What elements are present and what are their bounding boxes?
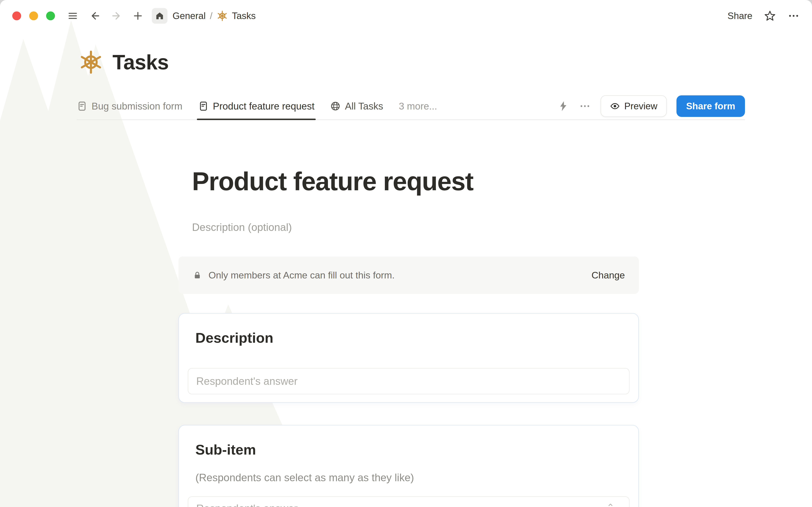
share-button[interactable]: Share — [728, 11, 752, 21]
tab-label: Product feature request — [213, 100, 315, 112]
page-title-text: Tasks — [113, 50, 169, 74]
favorite-star-icon[interactable] — [764, 10, 776, 22]
tab-label: All Tasks — [345, 100, 383, 112]
page-title: Tasks — [79, 50, 169, 74]
access-notice-text: Only members at Acme can fill out this f… — [209, 270, 395, 281]
select-caret-icon — [606, 502, 615, 507]
globe-icon — [330, 101, 341, 111]
breadcrumb: General / Tasks — [173, 10, 256, 21]
preview-button[interactable]: Preview — [600, 95, 667, 117]
automations-icon[interactable] — [558, 100, 569, 112]
form-title[interactable]: Product feature request — [192, 167, 473, 196]
more-options-icon[interactable] — [788, 10, 800, 22]
app-window: General / Tasks Share Tasks — [0, 0, 812, 507]
tab-bug-submission-form[interactable]: Bug submission form — [77, 93, 182, 119]
view-tabbar: Bug submission form Product feature requ… — [77, 93, 745, 120]
tab-product-feature-request[interactable]: Product feature request — [198, 93, 315, 119]
titlebar: General / Tasks Share — [0, 0, 812, 32]
more-tabs-button[interactable]: 3 more... — [399, 100, 437, 112]
sidebar-toggle-icon[interactable] — [67, 10, 78, 21]
home-icon[interactable] — [152, 8, 168, 24]
forward-icon[interactable] — [111, 10, 122, 21]
view-options-icon[interactable] — [579, 100, 591, 112]
form-doc-icon — [77, 101, 87, 111]
form-description-placeholder[interactable]: Description (optional) — [192, 221, 292, 233]
form-doc-icon — [198, 101, 209, 111]
new-tab-icon[interactable] — [132, 10, 143, 21]
question-note: (Respondents can select as many as they … — [195, 471, 414, 484]
minimize-window-button[interactable] — [29, 11, 38, 20]
breadcrumb-general[interactable]: General — [173, 11, 206, 21]
change-access-button[interactable]: Change — [591, 270, 625, 281]
lock-icon — [192, 270, 202, 280]
question-title: Description — [195, 330, 274, 346]
close-window-button[interactable] — [12, 11, 21, 20]
tab-label: Bug submission form — [92, 100, 182, 112]
breadcrumb-tasks[interactable]: Tasks — [232, 11, 256, 21]
question-title: Sub-item — [195, 442, 256, 458]
tab-all-tasks[interactable]: All Tasks — [330, 93, 383, 119]
titlebar-actions: Share — [728, 10, 800, 22]
share-form-label: Share form — [686, 101, 735, 111]
answer-placeholder: Respondent's answer — [196, 503, 297, 507]
question-card-description[interactable]: Description Respondent's answer — [178, 313, 639, 403]
zoom-window-button[interactable] — [46, 11, 55, 20]
question-card-sub-item[interactable]: Sub-item (Respondents can select as many… — [178, 425, 639, 507]
ship-wheel-icon — [217, 10, 228, 21]
answer-placeholder: Respondent's answer — [196, 375, 297, 387]
back-icon[interactable] — [89, 10, 100, 21]
share-form-button[interactable]: Share form — [677, 95, 745, 117]
window-controls — [12, 11, 55, 20]
ship-wheel-icon[interactable] — [79, 50, 103, 74]
eye-icon — [610, 101, 620, 111]
answer-input[interactable]: Respondent's answer — [188, 368, 630, 394]
access-notice: Only members at Acme can fill out this f… — [178, 257, 639, 294]
tabbar-actions: Preview Share form — [558, 95, 745, 117]
preview-label: Preview — [624, 101, 657, 111]
answer-input[interactable]: Respondent's answer — [188, 496, 630, 507]
breadcrumb-separator: / — [210, 11, 213, 21]
